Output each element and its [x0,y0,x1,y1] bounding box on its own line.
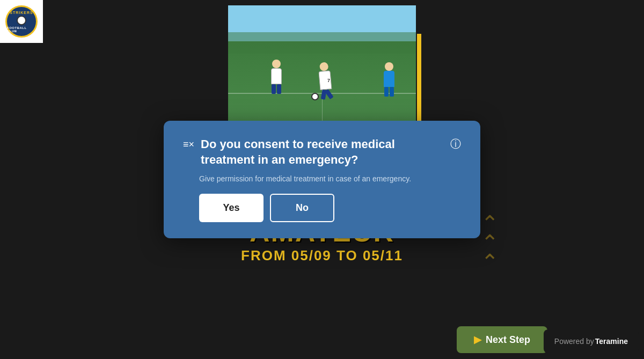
next-step-arrow: ▶ [474,334,481,346]
next-step-button[interactable]: ▶ Next Step [457,326,547,353]
consent-modal: ≡× Do you consent to receive medical tre… [164,121,480,238]
no-button[interactable]: No [270,194,334,222]
next-step-label: Next Step [486,334,530,346]
yes-button[interactable]: Yes [199,194,264,222]
info-icon[interactable]: ⓘ [450,137,461,151]
modal-subtitle: Give permission for medical treatment in… [199,174,461,183]
filter-icon: ≡× [183,139,194,150]
modal-title: Do you consent to receive medical treatm… [201,137,450,167]
powered-by-badge: Powered by Teramine [544,329,639,353]
modal-buttons: Yes No [199,194,461,222]
powered-brand: Teramine [595,337,628,346]
modal-overlay: ≡× Do you consent to receive medical tre… [0,0,644,359]
modal-title-row: ≡× Do you consent to receive medical tre… [183,137,450,167]
modal-header: ≡× Do you consent to receive medical tre… [183,137,461,167]
powered-prefix: Powered by [554,337,594,346]
